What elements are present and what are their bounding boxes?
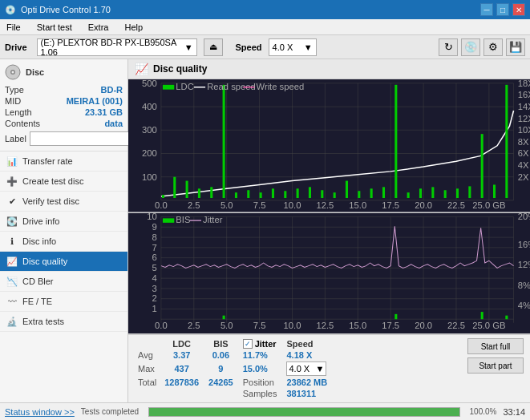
svg-text:300: 300 <box>142 125 157 135</box>
sidebar-item-disc-info[interactable]: ℹ Disc info <box>0 232 127 252</box>
avg-ldc: 3.37 <box>160 349 204 361</box>
svg-rect-69 <box>431 187 434 198</box>
svg-text:5.0: 5.0 <box>220 200 233 210</box>
transfer-rate-icon: 📊 <box>6 155 18 167</box>
svg-text:18X: 18X <box>518 79 530 88</box>
refresh-icon[interactable]: ↻ <box>439 38 458 56</box>
disc-mid-label: MID <box>5 96 21 106</box>
sidebar-item-fe-te[interactable]: 〰 FE / TE <box>0 292 127 312</box>
speed-max-dropdown[interactable]: 4.0 X ▼ <box>286 361 326 376</box>
cd-bler-icon: 📉 <box>6 276 18 287</box>
drive-select-text: (E:) PLEXTOR BD-R PX-LB950SA 1.06 <box>41 38 184 57</box>
svg-rect-53 <box>235 192 237 198</box>
menu-start-test[interactable]: Start test <box>34 21 75 34</box>
svg-rect-124 <box>505 315 508 319</box>
disc-label-label: Label <box>5 134 26 143</box>
sidebar-item-disc-info-label: Disc info <box>22 236 56 246</box>
svg-text:12X: 12X <box>518 114 530 123</box>
disc-quality-icon: 📈 <box>6 256 18 267</box>
svg-text:10.0: 10.0 <box>284 321 301 329</box>
svg-text:Write speed: Write speed <box>257 82 305 91</box>
svg-rect-123 <box>481 312 483 319</box>
disc-mid-value: MEIRA1 (001) <box>67 96 123 106</box>
progress-percent: 100.0% <box>470 407 497 416</box>
minimize-button[interactable]: ─ <box>480 3 493 16</box>
sidebar-item-transfer-rate[interactable]: 📊 Transfer rate <box>0 151 127 172</box>
svg-text:9: 9 <box>152 222 157 231</box>
svg-text:25.0 GB: 25.0 GB <box>472 321 505 329</box>
stats-samples-row: Samples 381311 <box>135 388 338 399</box>
speed-select[interactable]: 4.0 X ▼ <box>269 38 317 56</box>
svg-text:4%: 4% <box>518 301 530 310</box>
svg-rect-76 <box>163 85 174 90</box>
save-icon[interactable]: 💾 <box>506 38 525 56</box>
svg-text:17.5: 17.5 <box>382 200 399 210</box>
avg-label: Avg <box>135 349 160 361</box>
app-title: Opti Drive Control 1.70 <box>21 5 111 14</box>
svg-rect-48 <box>173 177 176 198</box>
svg-rect-57 <box>284 191 286 198</box>
disc-section: Disc Type BD-R MID MEIRA1 (001) Length 2… <box>0 59 127 151</box>
sidebar-item-disc-quality[interactable]: 📈 Disc quality <box>0 252 127 272</box>
settings-icon[interactable]: ⚙ <box>483 38 503 56</box>
status-window-button[interactable]: Status window >> <box>5 407 75 417</box>
svg-text:100: 100 <box>142 172 157 182</box>
speed-current-value: 4.18 X <box>286 350 312 360</box>
svg-text:2.5: 2.5 <box>188 200 200 210</box>
svg-text:20.0: 20.0 <box>415 200 432 210</box>
stats-section: LDC BIS ✓ Jitter Speed Avg 3. <box>128 334 530 402</box>
svg-text:10X: 10X <box>518 125 530 135</box>
sidebar-item-fe-te-label: FE / TE <box>22 297 52 306</box>
sidebar-item-cd-bler[interactable]: 📉 CD Bler <box>0 272 127 292</box>
start-full-button[interactable]: Start full <box>467 338 524 354</box>
sidebar-item-drive-info[interactable]: 💽 Drive info <box>0 212 127 232</box>
menu-extra[interactable]: Extra <box>85 21 112 34</box>
content-header: 📈 Disc quality <box>128 59 530 79</box>
sidebar-item-transfer-rate-label: Transfer rate <box>22 156 73 166</box>
sidebar-item-extra-tests[interactable]: 🔬 Extra tests <box>0 312 127 332</box>
svg-text:200: 200 <box>142 149 157 159</box>
jitter-checkbox[interactable]: ✓ <box>243 339 253 349</box>
sidebar-item-create-test-disc[interactable]: ➕ Create test disc <box>0 172 127 192</box>
drive-select[interactable]: (E:) PLEXTOR BD-R PX-LB950SA 1.06 ▼ <box>37 38 197 56</box>
svg-rect-72 <box>468 186 471 198</box>
eject-button[interactable]: ⏏ <box>204 38 223 56</box>
ldc-chart-svg: 500 400 300 200 100 18X 16X 14X 12X 10X … <box>128 79 530 212</box>
max-jitter: 15.0% <box>238 361 282 377</box>
svg-text:0.0: 0.0 <box>155 200 168 210</box>
close-button[interactable]: ✕ <box>512 3 525 16</box>
disc-label-row: Label ⊕ <box>5 131 123 146</box>
svg-text:10.0: 10.0 <box>284 200 301 210</box>
svg-rect-68 <box>419 188 422 198</box>
svg-text:12.5: 12.5 <box>316 321 334 329</box>
samples-label: Samples <box>238 388 282 399</box>
disc-icon-btn[interactable]: 💿 <box>461 38 480 56</box>
svg-rect-59 <box>309 187 311 198</box>
drive-select-chevron: ▼ <box>184 42 193 52</box>
svg-text:15.0: 15.0 <box>349 200 366 210</box>
maximize-button[interactable]: □ <box>496 3 509 16</box>
disc-info-icon: ℹ <box>6 236 18 247</box>
avg-bis: 0.06 <box>204 349 238 361</box>
sidebar-item-create-test-disc-label: Create test disc <box>22 176 83 186</box>
max-label: Max <box>135 361 160 377</box>
main-layout: Disc Type BD-R MID MEIRA1 (001) Length 2… <box>0 59 530 402</box>
svg-rect-71 <box>456 188 459 198</box>
menu-file[interactable]: File <box>3 21 24 34</box>
disc-type-label: Type <box>5 85 24 95</box>
menu-help[interactable]: Help <box>121 21 146 34</box>
avg-jitter: 11.7% <box>238 349 282 361</box>
total-label: Total <box>135 377 160 388</box>
max-ldc: 437 <box>160 361 204 377</box>
start-part-button[interactable]: Start part <box>467 357 524 374</box>
svg-rect-54 <box>247 190 249 198</box>
sidebar-item-verify-test-disc[interactable]: ✔ Verify test disc <box>0 192 127 212</box>
sidebar-item-cd-bler-label: CD Bler <box>22 277 54 286</box>
svg-rect-66 <box>394 85 397 198</box>
test-complete-label: Tests completed <box>81 407 139 416</box>
jitter-label: Jitter <box>255 339 277 349</box>
svg-rect-121 <box>223 315 225 319</box>
bis-jitter-chart: 10 9 8 7 6 5 4 3 2 1 20% 16% 12% 8% 4% <box>128 213 530 334</box>
svg-rect-55 <box>260 192 262 198</box>
svg-text:7.5: 7.5 <box>253 200 266 210</box>
